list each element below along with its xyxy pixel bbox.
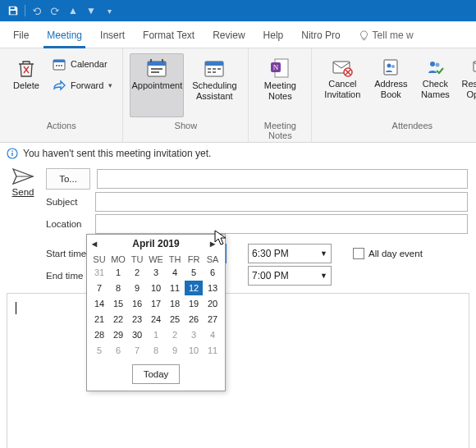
svg-point-3 — [58, 65, 60, 66]
day-cell[interactable]: 1 — [109, 265, 127, 280]
day-cell[interactable]: 2 — [128, 265, 146, 280]
day-cell[interactable]: 5 — [90, 343, 108, 358]
day-cell[interactable]: 5 — [185, 265, 203, 280]
response-options-button[interactable]: Response Options ▾ — [458, 53, 476, 117]
day-cell[interactable]: 14 — [90, 296, 108, 311]
day-cell[interactable]: 11 — [204, 343, 222, 358]
day-cell[interactable]: 13 — [204, 281, 222, 295]
tab-meeting[interactable]: Meeting — [45, 26, 84, 48]
scheduling-assistant-button[interactable]: Scheduling Assistant — [187, 53, 241, 117]
tab-file[interactable]: File — [11, 26, 30, 48]
day-cell[interactable]: 11 — [166, 281, 184, 295]
delete-button[interactable]: Delete — [7, 53, 46, 117]
day-cell[interactable]: 10 — [185, 343, 203, 358]
ribbon: Delete Calendar Forward ▾ Actions Appoin… — [0, 48, 476, 143]
subject-label: Subject — [46, 197, 89, 207]
appointment-button[interactable]: Appointment — [130, 53, 184, 117]
text-caret — [16, 302, 16, 314]
day-cell[interactable]: 6 — [109, 343, 127, 358]
day-cell[interactable]: 17 — [147, 296, 165, 311]
day-header: FR — [185, 254, 203, 264]
day-cell[interactable]: 6 — [204, 265, 222, 280]
tab-tell-me[interactable]: Tell me w — [357, 26, 415, 48]
today-button[interactable]: Today — [132, 364, 180, 384]
day-cell[interactable]: 21 — [90, 312, 108, 327]
undo-icon[interactable] — [29, 2, 45, 19]
tab-nitro-pro[interactable]: Nitro Pro — [300, 26, 341, 48]
cancel-invitation-button[interactable]: Cancel Invitation — [318, 53, 366, 117]
end-time-label: End time — [46, 271, 89, 281]
prev-item-icon[interactable]: ▲ — [65, 2, 81, 19]
calendar-grid: SUMOTUWETHFRSA31123456789101112131415161… — [87, 253, 225, 361]
day-header: MO — [109, 254, 127, 264]
day-cell[interactable]: 24 — [147, 312, 165, 327]
day-cell[interactable]: 12 — [185, 281, 203, 295]
next-month-button[interactable]: ▸ — [210, 238, 220, 249]
qat-customize-icon[interactable]: ▾ — [101, 2, 117, 19]
to-field[interactable] — [97, 169, 468, 189]
tab-help[interactable]: Help — [262, 26, 286, 48]
day-cell[interactable]: 25 — [166, 312, 184, 327]
forward-button[interactable]: Forward ▾ — [49, 76, 116, 94]
day-cell[interactable]: 8 — [147, 343, 165, 358]
day-cell[interactable]: 30 — [128, 327, 146, 342]
day-cell[interactable]: 8 — [109, 281, 127, 295]
day-cell[interactable]: 31 — [90, 265, 108, 280]
day-cell[interactable]: 15 — [109, 296, 127, 311]
to-button[interactable]: To... — [46, 168, 90, 190]
svg-text:N: N — [273, 63, 279, 71]
location-field[interactable] — [95, 214, 468, 234]
day-cell[interactable]: 1 — [147, 327, 165, 342]
day-cell[interactable]: 27 — [204, 312, 222, 327]
day-cell[interactable]: 4 — [166, 265, 184, 280]
start-time-combo[interactable]: 6:30 PM ▼ — [248, 244, 332, 263]
day-header: SU — [90, 254, 108, 264]
day-cell[interactable]: 16 — [128, 296, 146, 311]
day-header: TU — [128, 254, 146, 264]
day-cell[interactable]: 28 — [90, 327, 108, 342]
svg-rect-31 — [11, 151, 12, 152]
address-book-button[interactable]: Address Book — [369, 53, 412, 117]
send-button[interactable]: Send — [5, 166, 41, 197]
day-cell[interactable]: 7 — [128, 343, 146, 358]
day-cell[interactable]: 29 — [109, 327, 127, 342]
day-cell[interactable]: 10 — [147, 281, 165, 295]
day-cell[interactable]: 9 — [166, 343, 184, 358]
all-day-checkbox[interactable]: All day event — [353, 248, 423, 259]
day-cell[interactable]: 4 — [204, 327, 222, 342]
redo-icon[interactable] — [47, 2, 63, 19]
svg-rect-30 — [11, 153, 12, 156]
svg-rect-16 — [208, 71, 211, 73]
meeting-notes-button[interactable]: N Meeting Notes — [255, 53, 304, 117]
tab-review[interactable]: Review — [211, 26, 246, 48]
chevron-down-icon: ▼ — [320, 249, 327, 258]
day-cell[interactable]: 20 — [204, 296, 222, 311]
subject-field[interactable] — [95, 192, 468, 212]
day-cell[interactable]: 18 — [166, 296, 184, 311]
day-cell[interactable]: 2 — [166, 327, 184, 342]
save-icon[interactable] — [5, 2, 21, 19]
day-cell[interactable]: 3 — [185, 327, 203, 342]
next-item-icon[interactable]: ▼ — [83, 2, 99, 19]
end-time-combo[interactable]: 7:00 PM ▼ — [248, 266, 332, 286]
day-cell[interactable]: 3 — [147, 265, 165, 280]
message-body[interactable] — [7, 293, 469, 448]
check-names-button[interactable]: Check Names — [415, 53, 455, 117]
day-header: TH — [166, 254, 184, 264]
info-text: You haven't sent this meeting invitation… — [23, 148, 211, 159]
day-cell[interactable]: 26 — [185, 312, 203, 327]
day-cell[interactable]: 9 — [128, 281, 146, 295]
day-cell[interactable]: 19 — [185, 296, 203, 311]
calendar-button[interactable]: Calendar — [49, 55, 116, 73]
location-label: Location — [46, 219, 89, 229]
group-actions: Delete Calendar Forward ▾ Actions — [0, 48, 123, 142]
info-icon — [7, 148, 18, 159]
tab-insert[interactable]: Insert — [98, 26, 126, 48]
svg-rect-9 — [151, 68, 162, 70]
day-cell[interactable]: 22 — [109, 312, 127, 327]
group-attendees: Cancel Invitation Address Book Check Nam… — [312, 48, 476, 142]
tab-format-text[interactable]: Format Text — [141, 26, 196, 48]
prev-month-button[interactable]: ◂ — [92, 238, 102, 249]
day-cell[interactable]: 23 — [128, 312, 146, 327]
day-cell[interactable]: 7 — [90, 281, 108, 295]
